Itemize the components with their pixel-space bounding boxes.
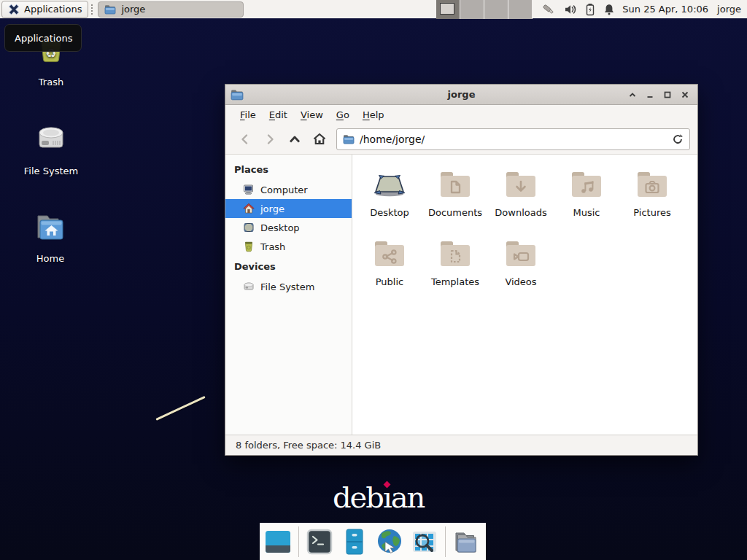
sidebar-item-computer[interactable]: Computer xyxy=(225,180,352,199)
file-item-templates[interactable]: Templates xyxy=(422,233,488,302)
file-item-public[interactable]: Public xyxy=(357,233,422,302)
shade-button[interactable] xyxy=(627,89,638,100)
file-cabinet-icon xyxy=(340,527,369,556)
sidebar-header-places: Places xyxy=(225,159,352,180)
file-item-pictures[interactable]: Pictures xyxy=(619,163,685,233)
menu-edit[interactable]: Edit xyxy=(263,107,294,122)
desktop-screen: Applications jorge xyxy=(0,0,747,560)
trash-icon xyxy=(243,241,255,252)
file-label: Documents xyxy=(428,207,482,218)
dock-separator xyxy=(298,526,299,557)
window-titlebar[interactable]: jorge xyxy=(225,85,697,105)
workspace-3[interactable] xyxy=(484,0,508,19)
battery-icon[interactable] xyxy=(585,3,595,16)
address-bar[interactable]: /home/jorge/ xyxy=(336,128,690,150)
desktop-special-icon xyxy=(372,168,407,203)
dock-separator xyxy=(445,526,446,557)
file-item-downloads[interactable]: Downloads xyxy=(488,163,554,233)
file-item-music[interactable]: Music xyxy=(554,163,619,233)
file-label: Desktop xyxy=(370,207,409,218)
menu-file[interactable]: File xyxy=(233,107,263,122)
menu-help[interactable]: Help xyxy=(356,107,391,122)
dock-folder[interactable] xyxy=(452,527,481,556)
sidebar-item-trash[interactable]: Trash xyxy=(225,237,352,256)
menu-go[interactable]: Go xyxy=(330,107,356,122)
file-manager-window: jorge File Edit View Go Help xyxy=(225,84,698,456)
dock-app-finder[interactable] xyxy=(410,527,439,556)
sidebar: Places Computer xyxy=(225,155,352,435)
close-button[interactable] xyxy=(679,89,690,100)
file-item-desktop[interactable]: Desktop xyxy=(357,163,422,233)
drive-icon xyxy=(243,281,255,292)
dock-show-desktop[interactable] xyxy=(263,527,293,556)
taskbar-window-label: jorge xyxy=(121,4,145,15)
user-home-icon xyxy=(243,203,255,214)
debian-logo-text: deb xyxy=(333,481,383,514)
dock xyxy=(260,523,486,560)
computer-icon xyxy=(243,184,255,195)
taskbar-window-button[interactable]: jorge xyxy=(98,1,244,18)
desktop-icon-label: File System xyxy=(24,166,78,176)
window-controls xyxy=(627,89,690,100)
hard-drive-icon xyxy=(34,122,69,159)
back-button[interactable] xyxy=(233,128,258,150)
volume-icon[interactable] xyxy=(564,3,577,16)
up-icon xyxy=(287,133,302,146)
menu-view[interactable]: View xyxy=(294,107,330,122)
panel-clock[interactable]: Sun 25 Apr, 10:06 xyxy=(622,4,708,15)
minimize-button[interactable] xyxy=(644,89,655,100)
forward-button[interactable] xyxy=(258,128,282,150)
toolbar: /home/jorge/ xyxy=(225,124,697,155)
maximize-button[interactable] xyxy=(662,89,673,100)
sidebar-item-label: Desktop xyxy=(260,222,300,233)
up-button[interactable] xyxy=(282,128,307,150)
dock-web-browser[interactable] xyxy=(375,527,404,556)
notifications-bell-icon[interactable] xyxy=(603,3,615,16)
sidebar-item-label: Trash xyxy=(260,241,285,252)
sidebar-item-jorge[interactable]: jorge xyxy=(225,199,352,218)
reload-icon[interactable] xyxy=(672,133,684,145)
applications-tooltip: Applications xyxy=(4,24,82,52)
applications-menu-label: Applications xyxy=(24,4,82,15)
file-grid: Desktop Documents xyxy=(357,163,697,302)
file-item-videos[interactable]: Videos xyxy=(488,233,554,302)
folder-music-icon xyxy=(569,168,604,203)
graphics-tablet-icon[interactable] xyxy=(541,3,556,16)
window-folder-icon xyxy=(231,89,244,101)
panel-username[interactable]: jorge xyxy=(717,4,741,15)
web-browser-globe-icon xyxy=(375,527,404,556)
applications-menu-button[interactable]: Applications xyxy=(1,1,88,18)
workspace-2[interactable] xyxy=(460,0,484,19)
xfce-logo-icon xyxy=(8,4,20,15)
workspace-switcher[interactable] xyxy=(436,0,533,19)
workspace-1[interactable] xyxy=(436,0,460,19)
folder-icon xyxy=(104,4,116,15)
home-button[interactable] xyxy=(307,128,332,150)
sidebar-item-label: jorge xyxy=(260,203,285,214)
dock-terminal[interactable] xyxy=(305,527,334,556)
sidebar-item-file-system[interactable]: File System xyxy=(225,277,352,296)
desktop-icon-label: Trash xyxy=(39,77,63,88)
folder-downloads-icon xyxy=(503,168,538,203)
system-tray xyxy=(541,3,615,16)
desktop-icon-home[interactable]: Home xyxy=(15,210,85,264)
folder-templates-icon xyxy=(438,237,473,272)
sidebar-item-desktop[interactable]: Desktop xyxy=(225,218,352,237)
terminal-icon xyxy=(305,527,334,556)
statusbar-text: 8 folders, Free space: 14.4 GiB xyxy=(236,440,381,451)
address-text[interactable]: /home/jorge/ xyxy=(360,133,667,145)
sidebar-item-label: Computer xyxy=(260,184,308,195)
desktop-icon-label: Home xyxy=(36,253,64,264)
workspace-4[interactable] xyxy=(508,0,533,19)
home-icon xyxy=(312,132,327,146)
panel-separator-handle[interactable] xyxy=(91,4,96,15)
dock-file-manager[interactable] xyxy=(340,527,369,556)
file-view[interactable]: Desktop Documents xyxy=(352,155,697,435)
file-item-documents[interactable]: Documents xyxy=(422,163,488,233)
desktop-icon-file-system[interactable]: File System xyxy=(16,122,86,176)
show-desktop-icon xyxy=(263,527,293,556)
desktop-stray-line xyxy=(155,396,205,421)
forward-icon xyxy=(263,133,276,146)
back-icon xyxy=(239,133,252,146)
folder-documents-icon xyxy=(438,168,473,203)
